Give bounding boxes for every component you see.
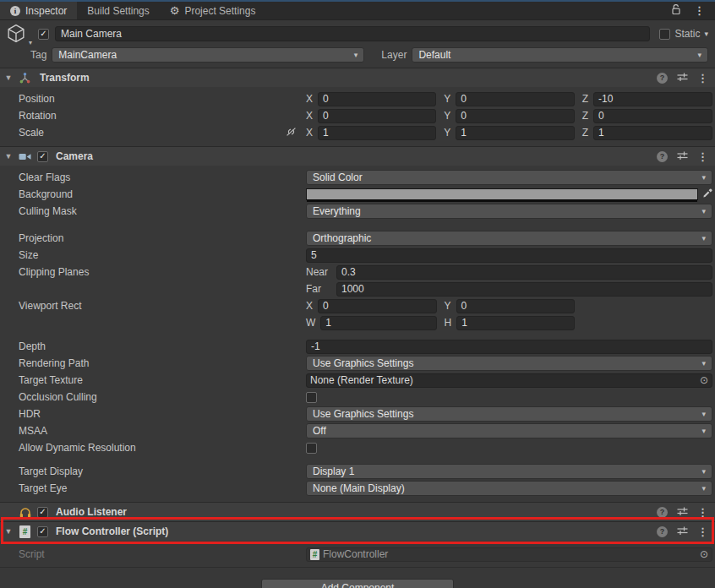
property-label: Position — [19, 93, 55, 105]
scale-z-field[interactable]: 1 — [593, 126, 712, 140]
foldout-arrow[interactable]: ▼ — [4, 152, 13, 161]
dropdown-value: Orthographic — [313, 232, 371, 244]
static-dropdown-caret[interactable]: ▾ — [704, 30, 708, 38]
gameobject-name: Main Camera — [61, 28, 122, 40]
msaa-dropdown[interactable]: Off▾ — [306, 423, 712, 438]
tab-build-settings[interactable]: Build Settings — [77, 0, 159, 19]
viewport-y-field[interactable]: 0 — [456, 299, 575, 313]
lock-icon[interactable] — [671, 4, 681, 18]
rendering-path-dropdown[interactable]: Use Graphics Settings▾ — [306, 356, 712, 371]
help-icon[interactable]: ? — [657, 507, 668, 518]
chevron-down-icon: ▾ — [701, 485, 706, 493]
kebab-menu-icon[interactable]: ⋮ — [697, 506, 708, 519]
property-label: Script — [19, 548, 45, 560]
transform-header[interactable]: ▼ Transform ? ⋮ — [0, 68, 715, 87]
property-label: Occlusion Culling — [19, 391, 97, 403]
scale-y-field[interactable]: 1 — [456, 126, 574, 140]
presets-icon[interactable] — [677, 506, 688, 519]
foldout-arrow[interactable]: ▼ — [4, 74, 13, 82]
gameobject-icon-button[interactable]: ▾ — [5, 23, 32, 45]
background-color-swatch[interactable] — [306, 188, 698, 200]
script-icon: # — [310, 549, 319, 560]
culling-mask-dropdown[interactable]: Everything▾ — [306, 204, 712, 219]
axis-y-label: Y — [444, 110, 450, 122]
component-enabled-checkbox[interactable]: ✓ — [37, 526, 48, 537]
target-eye-dropdown[interactable]: None (Main Display)▾ — [306, 481, 712, 496]
axis-z-label: Z — [582, 110, 588, 122]
viewport-x-field[interactable]: 0 — [318, 299, 436, 313]
check-icon: ✓ — [40, 30, 46, 38]
object-picker-icon[interactable]: ⊙ — [700, 375, 708, 385]
foldout-arrow[interactable]: ▼ — [4, 527, 13, 536]
kebab-menu-icon[interactable]: ⋮ — [697, 150, 708, 163]
position-y-field[interactable]: 0 — [456, 92, 574, 106]
property-label: Allow Dynamic Resolution — [19, 442, 136, 454]
target-eye-row: Target Eye None (Main Display)▾ — [0, 480, 715, 497]
target-display-dropdown[interactable]: Display 1▾ — [306, 464, 712, 479]
add-component-button[interactable]: Add Component — [261, 579, 454, 588]
static-label: Static — [674, 28, 700, 40]
kebab-menu-icon[interactable]: ⋮ — [694, 4, 705, 17]
projection-dropdown[interactable]: Orthographic▾ — [306, 231, 712, 246]
size-field[interactable]: 5 — [306, 248, 712, 263]
eyedropper-icon[interactable] — [702, 188, 712, 201]
property-label: Clear Flags — [19, 172, 70, 183]
presets-icon[interactable] — [677, 525, 688, 538]
position-z-field[interactable]: -10 — [593, 92, 712, 106]
help-icon[interactable]: ? — [657, 526, 668, 537]
viewport-w-field[interactable]: 1 — [320, 316, 436, 330]
hash-glyph: # — [313, 550, 318, 559]
dropdown-value: Everything — [313, 205, 361, 217]
property-label: Target Display — [19, 466, 83, 477]
tag-label: Tag — [30, 49, 46, 61]
help-icon[interactable]: ? — [657, 151, 668, 162]
component-enabled-checkbox[interactable]: ✓ — [37, 507, 48, 518]
clear-flags-dropdown[interactable]: Solid Color▾ — [306, 170, 712, 185]
camera-header[interactable]: ▼ ✓ Camera ? ⋮ — [0, 146, 715, 166]
layer-dropdown[interactable]: Default ▾ — [412, 47, 708, 63]
component-enabled-checkbox[interactable]: ✓ — [37, 151, 48, 162]
clear-flags-row: Clear Flags Solid Color▾ — [0, 169, 715, 186]
camera-icon — [18, 151, 32, 162]
hdr-dropdown[interactable]: Use Graphics Settings▾ — [306, 406, 712, 422]
tab-inspector[interactable]: i Inspector — [0, 0, 77, 19]
allow-dynamic-resolution-checkbox[interactable] — [306, 443, 317, 454]
rotation-y-field[interactable]: 0 — [456, 109, 574, 123]
chevron-down-icon: ▾ — [701, 235, 706, 242]
inspector-footer: Add Component — [0, 567, 715, 588]
scale-x-field[interactable]: 1 — [318, 126, 436, 140]
static-checkbox[interactable] — [659, 29, 670, 40]
script-row: Script # FlowController ⊙ — [0, 546, 715, 563]
position-x-field[interactable]: 0 — [318, 92, 436, 106]
property-label: Rotation — [19, 110, 57, 122]
axis-y-label: Y — [444, 127, 450, 139]
property-label: MSAA — [19, 425, 47, 437]
gameobject-name-field[interactable]: Main Camera — [55, 26, 650, 41]
script-value: FlowController — [323, 548, 388, 560]
near-field[interactable]: 0.3 — [336, 265, 712, 280]
property-label: Target Eye — [19, 482, 67, 494]
chevron-down-icon: ▾ — [701, 360, 706, 368]
active-checkbox[interactable]: ✓ — [38, 29, 49, 40]
presets-icon[interactable] — [677, 72, 688, 84]
help-icon[interactable]: ? — [657, 73, 668, 84]
chevron-down-icon: ▾ — [701, 208, 706, 215]
rotation-z-field[interactable]: 0 — [593, 109, 712, 123]
target-texture-object-field[interactable]: None (Render Texture) ⊙ — [306, 373, 712, 388]
check-icon: ✓ — [39, 508, 46, 516]
audio-listener-header[interactable]: ✓ Audio Listener ? ⋮ — [0, 502, 715, 521]
kebab-menu-icon[interactable]: ⋮ — [697, 525, 708, 538]
rendering-path-row: Rendering Path Use Graphics Settings▾ — [0, 355, 715, 372]
kebab-menu-icon[interactable]: ⋮ — [697, 72, 708, 84]
presets-icon[interactable] — [677, 150, 688, 163]
link-broken-icon[interactable] — [285, 127, 297, 139]
object-picker-icon[interactable]: ⊙ — [700, 549, 708, 559]
depth-field[interactable]: -1 — [306, 340, 712, 354]
tab-project-settings[interactable]: ⚙ Project Settings — [160, 0, 266, 19]
viewport-h-field[interactable]: 1 — [456, 316, 575, 330]
far-field[interactable]: 1000 — [336, 282, 712, 297]
rotation-x-field[interactable]: 0 — [318, 109, 436, 123]
occlusion-culling-checkbox[interactable] — [306, 392, 317, 403]
tag-dropdown[interactable]: MainCamera ▾ — [52, 47, 364, 63]
flow-controller-header[interactable]: ▼ # ✓ Flow Controller (Script) ? ⋮ — [0, 521, 715, 541]
